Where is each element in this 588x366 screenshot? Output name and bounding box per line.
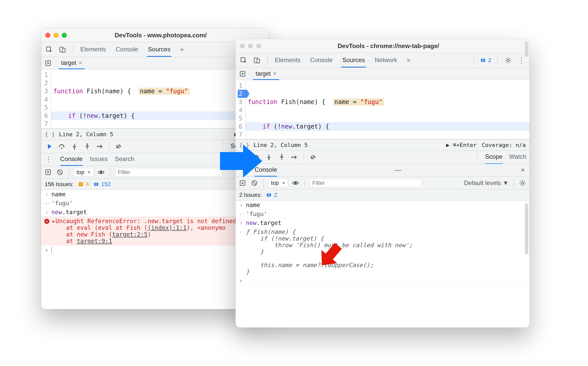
deactivate-breakpoints-icon[interactable]: [114, 142, 123, 151]
tab-elements[interactable]: Elements: [79, 43, 107, 57]
kebab-icon[interactable]: ⋮: [44, 155, 53, 163]
issues-bar[interactable]: 2 Issues: 2: [236, 189, 529, 201]
console-prompt[interactable]: ›: [236, 276, 529, 285]
window-title: DevTools - www.photopea.com/: [70, 32, 264, 39]
svg-point-22: [291, 156, 293, 158]
step-over-icon[interactable]: [57, 142, 66, 151]
stack-link[interactable]: (index):1:1: [148, 224, 187, 231]
step-out-icon[interactable]: [277, 153, 286, 162]
settings-icon[interactable]: [504, 56, 513, 65]
deactivate-breakpoints-icon[interactable]: [309, 153, 318, 162]
main-toolbar: Elements Console Sources Network » 2 ⋮: [236, 53, 529, 68]
console-toolbar: top Default levels ▼: [236, 177, 529, 189]
console-input-row: ›name: [236, 201, 529, 210]
file-tab-target[interactable]: target ×: [253, 68, 279, 80]
code-editor[interactable]: 1 2 3 4 5 6 7 function Fish(name) { name…: [236, 80, 529, 139]
console-input-row: ›new.target: [41, 208, 268, 217]
sidebar-toggle-icon[interactable]: [44, 168, 52, 177]
svg-rect-2: [62, 48, 65, 52]
titlebar: DevTools - chrome://new-tab-page/: [236, 39, 529, 53]
kebab-icon[interactable]: ⋮: [517, 56, 526, 65]
scrollbar[interactable]: [525, 203, 528, 254]
step-into-icon[interactable]: [264, 153, 274, 162]
console-prompt[interactable]: ›: [41, 246, 268, 255]
svg-rect-12: [94, 183, 98, 186]
tab-more[interactable]: »: [179, 43, 184, 57]
close-drawer-icon[interactable]: ×: [519, 167, 526, 174]
tab-drawer-console[interactable]: Console: [60, 153, 83, 166]
show-navigator-icon[interactable]: [44, 59, 52, 67]
device-toggle-icon[interactable]: [58, 45, 67, 54]
annotation-arrow-icon: [217, 143, 264, 180]
settings-icon[interactable]: [518, 179, 527, 187]
context-select[interactable]: top: [74, 168, 94, 177]
window-title: DevTools - chrome://new-tab-page/: [264, 42, 525, 50]
titlebar: DevTools - www.photopea.com/: [41, 28, 268, 42]
stack-link[interactable]: target:2:5: [112, 231, 147, 238]
close-icon[interactable]: ×: [273, 70, 277, 77]
devtools-window-right: DevTools - chrome://new-tab-page/ Elemen…: [235, 39, 530, 328]
resume-icon[interactable]: [44, 142, 53, 151]
stack-link[interactable]: target:9:1: [77, 238, 112, 244]
tab-console[interactable]: Console: [115, 43, 139, 57]
close-drawer-dash[interactable]: —: [395, 167, 402, 174]
console-filter-input[interactable]: [309, 179, 422, 187]
code-line: function Fish(name) { name = "fugu": [246, 98, 529, 106]
svg-point-5: [74, 148, 75, 149]
editor-subbar: target ×: [236, 68, 529, 80]
traffic-light-zoom[interactable]: [62, 33, 67, 38]
svg-point-17: [507, 59, 509, 61]
main-toolbar: Elements Console Sources » ✕ 1: [41, 42, 268, 57]
svg-point-7: [97, 146, 98, 147]
cursor-pos: Line 2, Column 5: [59, 131, 113, 138]
tab-drawer-issues[interactable]: Issues: [90, 153, 107, 166]
tab-sources[interactable]: Sources: [147, 43, 171, 57]
pretty-print-icon[interactable]: { }: [45, 131, 55, 138]
console-output-row: ‹⋅'fugu': [236, 210, 529, 219]
log-levels-select[interactable]: Default levels ▼: [464, 179, 509, 187]
traffic-light-zoom[interactable]: [256, 43, 261, 49]
console-output[interactable]: ›name ‹⋅'fugu' ›new.target ✕ ▸Uncaught R…: [41, 190, 268, 309]
console-output[interactable]: ›name ‹⋅'fugu' ›new.target ‹⋅ ƒ Fish(nam…: [236, 201, 529, 327]
run-hint: ▶ ⌘+Enter: [446, 142, 477, 148]
device-toggle-icon[interactable]: [253, 56, 261, 65]
step-out-icon[interactable]: [83, 142, 92, 151]
tab-scope[interactable]: Scope: [485, 150, 503, 164]
tab-drawer-search[interactable]: Search: [115, 153, 134, 166]
issues-badge[interactable]: 2: [480, 57, 491, 64]
live-expression-icon[interactable]: [291, 179, 300, 187]
coverage-info: Coverage: n/a: [482, 142, 526, 148]
tab-watch[interactable]: Watch: [509, 150, 526, 164]
debugger-toolbar: Scope Watch: [236, 151, 529, 164]
step-icon[interactable]: [95, 142, 105, 151]
code-editor[interactable]: 1 2 3 4 5 6 7 function Fish(name) { name…: [41, 69, 268, 129]
file-tab-target[interactable]: target ×: [59, 57, 85, 69]
traffic-light-minimize[interactable]: [53, 33, 59, 38]
live-expression-icon[interactable]: [97, 168, 105, 177]
console-filter-input[interactable]: [115, 168, 222, 177]
clear-console-icon[interactable]: [56, 168, 64, 177]
close-icon[interactable]: ×: [79, 60, 82, 66]
console-input-row: ›name: [41, 190, 268, 199]
tab-network[interactable]: Network: [374, 53, 398, 67]
inspect-icon[interactable]: [239, 56, 248, 65]
svg-rect-27: [267, 193, 271, 197]
code-line: if (!new.target) {: [246, 122, 529, 131]
inspect-icon[interactable]: [45, 45, 53, 54]
tab-more[interactable]: »: [406, 53, 411, 67]
svg-point-6: [86, 143, 88, 145]
step-into-icon[interactable]: [70, 142, 79, 151]
error-icon: ✕: [44, 219, 49, 224]
show-navigator-icon[interactable]: [238, 70, 247, 78]
traffic-light-minimize[interactable]: [248, 43, 253, 49]
tab-console[interactable]: Console: [309, 53, 334, 67]
step-icon[interactable]: [290, 153, 299, 162]
traffic-light-close[interactable]: [45, 33, 50, 38]
svg-rect-15: [257, 59, 260, 63]
tab-sources[interactable]: Sources: [341, 53, 366, 67]
console-output-row: ‹⋅ ƒ Fish(name) { if (!new.target) { thr…: [236, 227, 529, 276]
editor-subbar: target ×: [41, 57, 268, 69]
tab-elements[interactable]: Elements: [274, 53, 301, 67]
traffic-light-close[interactable]: [240, 43, 245, 49]
context-select[interactable]: top: [268, 179, 288, 187]
